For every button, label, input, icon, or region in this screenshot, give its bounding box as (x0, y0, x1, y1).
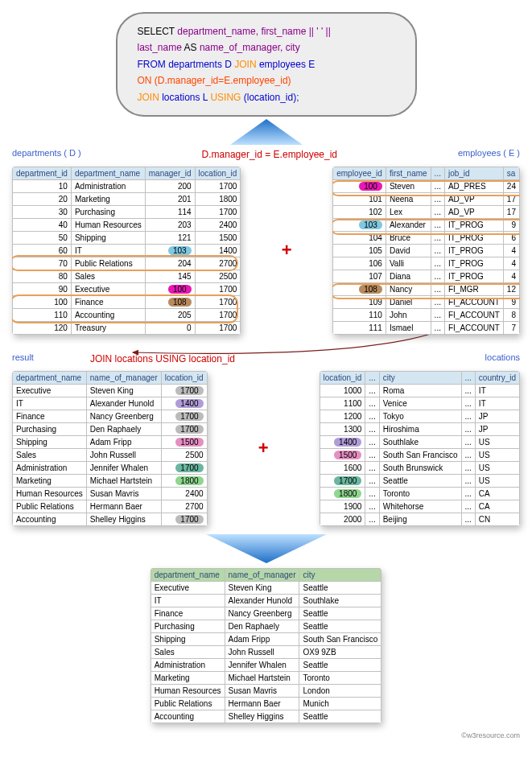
table-row: ShippingAdam FrippSouth San Francisco (151, 632, 381, 645)
col-header: department_name (13, 371, 87, 384)
sql-query-box: SELECT department_name, first_name || ' … (116, 12, 417, 117)
table-row: 1600...South Brunswick...US (320, 461, 519, 474)
col-header: ... (461, 371, 475, 384)
table-row: 10Administration2001700 (13, 179, 241, 192)
table-row: 70Public Relations2042700 (13, 257, 241, 270)
locations-label: locations (485, 352, 520, 362)
table-row: 60IT1031400 (13, 244, 241, 257)
table-row: AccountingShelley Higgins1700 (13, 513, 208, 525)
col-header: employee_id (333, 167, 386, 179)
table-row: 109Daniel...FI_ACCOUNT9 (333, 295, 520, 308)
col-header: name_of_manager (225, 568, 299, 581)
table-row: 102Lex...AD_VP17 (333, 205, 520, 218)
col-header: department_id (13, 167, 72, 179)
table-row: 1200...Tokyo...JP (320, 410, 519, 422)
employees-label: employees ( E ) (458, 148, 520, 158)
table-row: ShippingAdam Fripp1500 (13, 435, 208, 448)
footer-credit: ©w3resource.com (12, 731, 520, 739)
table-row: FinanceNancy Greenberg1700 (13, 410, 208, 422)
col-header: location_id (320, 371, 365, 384)
join-condition-label: D.manager_id = E.employee_id (81, 149, 458, 160)
table-row: 103Alexander...IT_PROG9 (333, 218, 520, 231)
table-row: 100Finance1081700 (13, 295, 241, 308)
col-header: job_id (444, 167, 503, 179)
col-header: country_id (475, 371, 519, 384)
table-row: 1400...Southlake...US (320, 435, 519, 448)
table-row: MarketingMichael Hartstein1800 (13, 474, 208, 487)
table-row: 20Marketing2011800 (13, 192, 241, 205)
table-row: ITAlexander HunoldSouthlake (151, 594, 381, 607)
col-header: city (299, 568, 381, 581)
table-row: PurchasingDen Raphaely1700 (13, 422, 208, 435)
col-header: first_name (386, 167, 431, 179)
table-row: MarketingMichael HartsteinToronto (151, 671, 381, 684)
col-header: city (379, 371, 461, 384)
table-row: 30Purchasing1141700 (13, 205, 241, 218)
table-row: 80Sales1452500 (13, 270, 241, 282)
col-header: location_id (161, 371, 207, 384)
table-row: 1100...Venice...IT (320, 397, 519, 410)
svg-marker-0 (230, 119, 303, 145)
table-row: ExecutiveSteven King1700 (13, 384, 208, 397)
table-row: Human ResourcesSusan MavrisLondon (151, 684, 381, 697)
table-row: FinanceNancy GreenbergSeattle (151, 607, 381, 620)
table-row: ExecutiveSteven KingSeattle (151, 581, 381, 594)
plus-icon: + (258, 438, 269, 459)
departments-label: departments ( D ) (12, 148, 81, 158)
table-row: 101Neena...AD_VP17 (333, 192, 520, 205)
table-row: SalesJohn RussellOX9 9ZB (151, 645, 381, 658)
result-label: result (12, 352, 34, 362)
table-row: 110Accounting2051700 (13, 308, 241, 321)
table-row: AccountingShelley HigginsSeattle (151, 710, 381, 723)
table-row: 1800...Toronto...CA (320, 487, 519, 500)
arrow-down-icon (202, 531, 331, 565)
table-row: 120Treasury01700 (13, 321, 241, 334)
table-row: 90Executive1001700 (13, 282, 241, 295)
col-header: ... (365, 371, 379, 384)
table-row: 1000...Roma...IT (320, 384, 519, 397)
table-row: ITAlexander Hunold1400 (13, 397, 208, 410)
col-header: manager_id (145, 167, 195, 179)
table-row: 1500...South San Francisco...US (320, 448, 519, 461)
locations-table: location_id...city...country_id1000...Ro… (320, 371, 520, 526)
join2-label: JOIN locations USING location_id (34, 353, 485, 364)
table-row: 105David...IT_PROG4 (333, 244, 520, 257)
table-row: 104Bruce...IT_PROG6 (333, 231, 520, 244)
table-row: Human ResourcesSusan Mavris2400 (13, 487, 208, 500)
plus-icon: + (282, 240, 292, 261)
table-row: 40Human Resources2032400 (13, 218, 241, 231)
result-table: department_namename_of_managerlocation_i… (12, 371, 208, 526)
col-header: name_of_manager (86, 371, 161, 384)
table-row: Public RelationsHermann BaerMunich (151, 697, 381, 710)
table-row: AdministrationJennifer Whalen1700 (13, 461, 208, 474)
col-header: location_id (195, 167, 241, 179)
table-row: 2000...Beijing...CN (320, 513, 519, 525)
table-row: 1700...Seattle...US (320, 474, 519, 487)
col-header: department_name (151, 568, 225, 581)
departments-table: department_iddepartment_namemanager_idlo… (12, 167, 241, 335)
employees-table: employee_idfirst_name...job_idsa100Steve… (332, 167, 520, 335)
final-table: department_namename_of_managercityExecut… (151, 568, 382, 723)
col-header: sa (503, 167, 519, 179)
svg-marker-1 (206, 534, 327, 563)
table-row: AdministrationJennifer WhalenSeattle (151, 658, 381, 671)
table-row: 110John...FI_ACCOUNT8 (333, 308, 520, 321)
table-row: 50Shipping1211500 (13, 231, 241, 244)
table-row: 106Valli...IT_PROG4 (333, 257, 520, 270)
table-row: SalesJohn Russell2500 (13, 448, 208, 461)
arrow-up-icon (226, 119, 307, 148)
sql-kw: SELECT (138, 26, 178, 37)
table-row: 100Steven...AD_PRES24 (333, 179, 520, 192)
col-header: department_name (71, 167, 145, 179)
table-row: 107Diana...IT_PROG4 (333, 270, 520, 282)
table-row: Public RelationsHermann Baer2700 (13, 500, 208, 513)
col-header: ... (431, 167, 444, 179)
table-row: PurchasingDen RaphaelySeattle (151, 620, 381, 632)
table-row: 1300...Hiroshima...JP (320, 422, 519, 435)
table-row: 111Ismael...FI_ACCOUNT7 (333, 321, 520, 334)
table-row: 1900...Whitehorse...CA (320, 500, 519, 513)
table-row: 108Nancy...FI_MGR12 (333, 282, 520, 295)
